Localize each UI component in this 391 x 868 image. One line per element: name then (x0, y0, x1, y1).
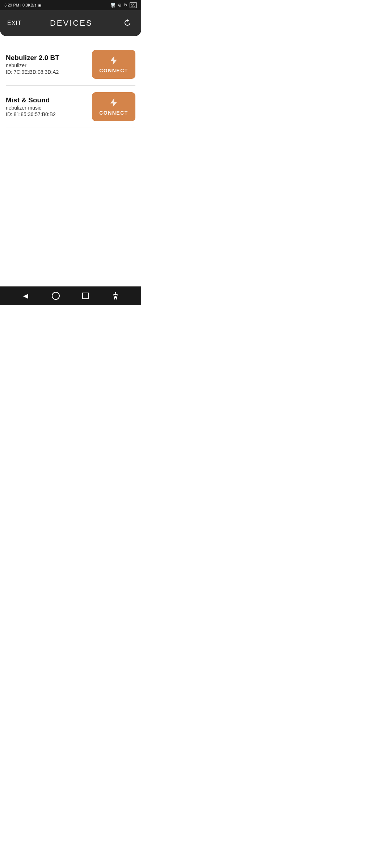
tooth-icon: 🦷 (110, 3, 116, 8)
device-item-nebulizer: Nebulizer 2.0 BT nebulizer ID: 7C:9E:BD:… (6, 43, 135, 86)
device-name-mist-sound: Mist & Sound (6, 96, 56, 104)
device-info-nebulizer: Nebulizer 2.0 BT nebulizer ID: 7C:9E:BD:… (6, 54, 59, 75)
recent-icon (82, 293, 89, 299)
device-id-mist-sound: ID: 81:85:36:57:B0:B2 (6, 111, 56, 117)
exit-button[interactable]: EXIT (7, 20, 22, 26)
screen-record-icon: ▣ (38, 3, 41, 8)
device-list: Nebulizer 2.0 BT nebulizer ID: 7C:9E:BD:… (0, 36, 141, 128)
time-network-label: 3:29 PM | 0.3KB/s (4, 3, 36, 7)
status-bar: 3:29 PM | 0.3KB/s ▣ 🦷 ⊜ ↻ 55 (0, 0, 141, 10)
bolt-icon-2 (109, 98, 119, 108)
recent-button[interactable] (77, 287, 94, 305)
accessibility-icon (111, 292, 120, 300)
page-title: DEVICES (50, 18, 93, 28)
connect-button-nebulizer[interactable]: CONNECT (92, 50, 135, 79)
svg-point-0 (115, 292, 116, 294)
refresh-icon (123, 18, 132, 28)
device-name-nebulizer: Nebulizer 2.0 BT (6, 54, 59, 62)
currency-icon: ⊜ (118, 3, 122, 8)
header: EXIT DEVICES (0, 10, 141, 36)
accessibility-button[interactable] (107, 287, 124, 305)
connect-label-nebulizer: CONNECT (99, 68, 128, 73)
device-info-mist-sound: Mist & Sound nebulizer-music ID: 81:85:3… (6, 96, 56, 117)
battery-icon: 55 (130, 2, 137, 8)
back-icon: ◀ (23, 292, 28, 300)
nav-bar: ◀ (0, 286, 141, 305)
sync-icon: ↻ (124, 3, 127, 8)
home-icon (52, 292, 60, 300)
device-type-nebulizer: nebulizer (6, 63, 59, 68)
device-item-mist-sound: Mist & Sound nebulizer-music ID: 81:85:3… (6, 86, 135, 128)
refresh-button[interactable] (121, 17, 134, 30)
home-button[interactable] (47, 287, 64, 305)
status-icons: 🦷 ⊜ ↻ 55 (110, 2, 137, 8)
status-time: 3:29 PM | 0.3KB/s ▣ (4, 3, 41, 8)
connect-button-mist-sound[interactable]: CONNECT (92, 92, 135, 121)
device-id-nebulizer: ID: 7C:9E:BD:08:3D:A2 (6, 69, 59, 75)
connect-label-mist-sound: CONNECT (99, 110, 128, 116)
device-type-mist-sound: nebulizer-music (6, 105, 56, 111)
bolt-icon-1 (109, 55, 119, 65)
back-button[interactable]: ◀ (17, 287, 34, 305)
